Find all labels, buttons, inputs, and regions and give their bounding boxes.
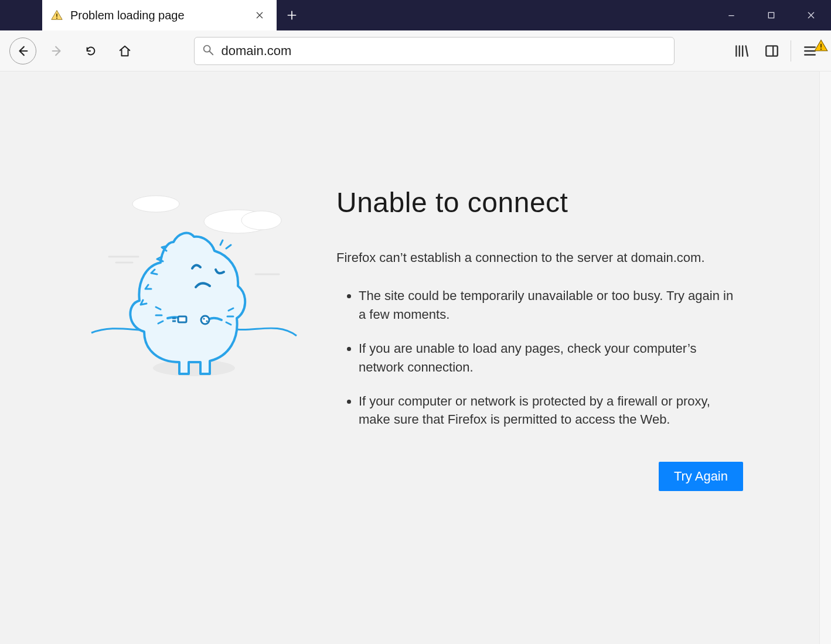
page-content: Unable to connect Firefox can’t establis… — [0, 71, 831, 644]
error-content: Unable to connect Firefox can’t establis… — [86, 186, 743, 491]
error-title: Unable to connect — [336, 186, 743, 219]
svg-point-7 — [132, 196, 179, 212]
svg-rect-1 — [56, 18, 57, 19]
nav-left-group — [6, 38, 138, 64]
error-actions: Try Again — [336, 462, 743, 491]
error-reason-item: If your computer or network is protected… — [359, 392, 743, 430]
forward-button[interactable] — [43, 38, 70, 64]
warning-icon — [50, 9, 63, 22]
new-tab-button[interactable] — [277, 0, 307, 30]
back-button[interactable] — [9, 38, 36, 64]
try-again-button[interactable]: Try Again — [659, 462, 743, 491]
browser-tab-active[interactable]: Problem loading page — [42, 0, 277, 30]
urlbar-container — [144, 37, 724, 65]
svg-rect-4 — [766, 46, 778, 56]
search-icon — [202, 43, 214, 59]
svg-point-17 — [201, 316, 209, 324]
error-subtitle: Firefox can’t establish a connection to … — [336, 250, 743, 265]
app-menu-button[interactable] — [798, 39, 822, 63]
error-reasons-list: The site could be temporarily unavailabl… — [336, 287, 743, 429]
tab-title: Problem loading page — [70, 9, 245, 22]
svg-rect-2 — [768, 12, 774, 18]
window-controls — [711, 0, 831, 30]
separator — [791, 40, 791, 62]
window-minimize-button[interactable] — [711, 0, 751, 30]
error-reason-item: The site could be temporarily unavailabl… — [359, 287, 743, 324]
svg-point-18 — [203, 318, 205, 319]
vertical-scrollbar[interactable] — [819, 71, 831, 644]
tab-bar: Problem loading page — [0, 0, 831, 30]
svg-rect-6 — [820, 48, 822, 49]
svg-rect-5 — [820, 43, 822, 47]
svg-point-3 — [203, 45, 210, 52]
svg-rect-0 — [56, 13, 57, 17]
tabbar-left-gap — [0, 0, 42, 30]
svg-rect-14 — [178, 316, 186, 322]
reload-button[interactable] — [77, 38, 104, 64]
error-text-column: Unable to connect Firefox can’t establis… — [336, 186, 743, 491]
library-button[interactable] — [730, 39, 753, 63]
url-bar[interactable] — [194, 37, 675, 65]
home-button[interactable] — [111, 38, 138, 64]
navigation-toolbar — [0, 30, 831, 71]
nav-right-group — [730, 39, 825, 63]
error-illustration — [86, 186, 302, 409]
window-maximize-button[interactable] — [751, 0, 791, 30]
tabbar-spacer — [307, 0, 711, 30]
menu-warning-badge-icon — [813, 38, 823, 47]
sidebar-button[interactable] — [760, 39, 784, 63]
svg-point-9 — [241, 211, 281, 230]
svg-point-19 — [206, 320, 207, 322]
url-input[interactable] — [222, 43, 667, 59]
window-close-button[interactable] — [791, 0, 831, 30]
tab-close-button[interactable] — [252, 8, 267, 23]
error-reason-item: If you are unable to load any pages, che… — [359, 339, 743, 377]
